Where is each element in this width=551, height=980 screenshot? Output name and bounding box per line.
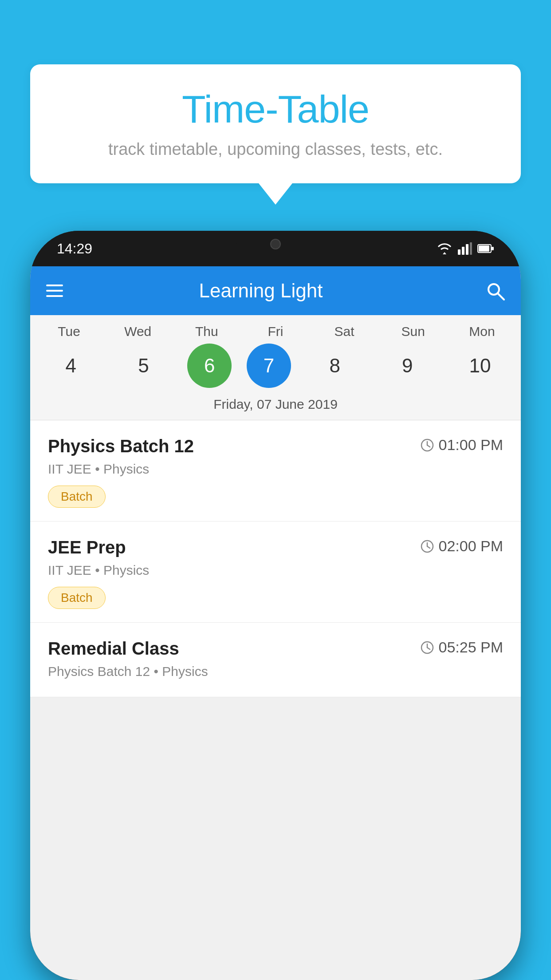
class-name-1: Physics Batch 12 (48, 436, 194, 456)
clock-icon-2 (421, 540, 434, 553)
app-screen: Learning Light Tue Wed Thu Fri Sat Sun M… (30, 266, 521, 980)
date-4[interactable]: 4 (42, 344, 100, 388)
date-9[interactable]: 9 (378, 344, 436, 388)
days-header: Tue Wed Thu Fri Sat Sun Mon (30, 324, 521, 344)
class-name-2: JEE Prep (48, 537, 126, 557)
bubble-title: Time-Table (57, 87, 494, 132)
batch-badge-1: Batch (48, 486, 106, 508)
search-icon[interactable] (485, 281, 505, 300)
speech-bubble-section: Time-Table track timetable, upcoming cla… (30, 64, 521, 205)
day-mon: Mon (453, 324, 511, 339)
battery-icon (477, 244, 494, 253)
svg-rect-2 (466, 244, 468, 255)
svg-line-17 (427, 648, 430, 649)
day-tue: Tue (40, 324, 98, 339)
day-sat: Sat (315, 324, 373, 339)
dates-row: 4 5 6 7 8 9 10 (30, 344, 521, 393)
signal-icon (458, 242, 472, 255)
svg-line-11 (427, 445, 430, 447)
svg-rect-1 (462, 247, 464, 255)
clock-display: 14:29 (57, 241, 92, 257)
clock-icon-1 (421, 439, 434, 452)
day-thu: Thu (178, 324, 236, 339)
class-time-1: 01:00 PM (421, 436, 503, 454)
bubble-subtitle: track timetable, upcoming classes, tests… (57, 140, 494, 159)
app-title: Learning Light (76, 280, 472, 302)
phone-frame: 14:29 (30, 231, 521, 980)
class-item-remedial[interactable]: Remedial Class 05:25 PM Physics Batch 12… (30, 623, 521, 697)
class-time-3: 05:25 PM (421, 639, 503, 656)
class-meta-1: IIT JEE • Physics (48, 462, 503, 477)
date-7-selected[interactable]: 7 (247, 344, 291, 388)
class-item-header-2: JEE Prep 02:00 PM (48, 537, 503, 557)
wifi-icon (437, 242, 453, 255)
svg-rect-5 (479, 245, 489, 252)
menu-icon[interactable] (46, 285, 63, 297)
classes-list: Physics Batch 12 01:00 PM IIT JEE • Phys… (30, 420, 521, 697)
svg-line-14 (427, 546, 430, 548)
svg-line-8 (498, 293, 504, 300)
clock-icon-3 (421, 641, 434, 654)
day-wed: Wed (109, 324, 167, 339)
class-item-jee-prep[interactable]: JEE Prep 02:00 PM IIT JEE • Physics Batc… (30, 522, 521, 623)
batch-badge-2: Batch (48, 587, 106, 609)
selected-date-label: Friday, 07 June 2019 (30, 393, 521, 420)
bubble-pointer (259, 183, 292, 205)
date-10[interactable]: 10 (451, 344, 509, 388)
class-time-2: 02:00 PM (421, 537, 503, 555)
class-meta-3: Physics Batch 12 • Physics (48, 664, 503, 679)
class-item-physics-batch[interactable]: Physics Batch 12 01:00 PM IIT JEE • Phys… (30, 420, 521, 522)
day-sun: Sun (384, 324, 442, 339)
class-meta-2: IIT JEE • Physics (48, 563, 503, 578)
class-name-3: Remedial Class (48, 639, 179, 659)
svg-rect-3 (470, 242, 472, 255)
date-8[interactable]: 8 (306, 344, 364, 388)
status-bar: 14:29 (30, 231, 521, 266)
status-icons (437, 242, 494, 255)
day-fri: Fri (247, 324, 304, 339)
camera-dot (270, 239, 281, 249)
svg-rect-0 (458, 249, 460, 255)
date-6-today[interactable]: 6 (187, 344, 232, 388)
phone-notch (236, 231, 315, 257)
speech-bubble-card: Time-Table track timetable, upcoming cla… (30, 64, 521, 183)
date-5[interactable]: 5 (115, 344, 173, 388)
calendar-strip: Tue Wed Thu Fri Sat Sun Mon 4 5 6 7 8 9 … (30, 315, 521, 420)
app-toolbar: Learning Light (30, 266, 521, 315)
svg-rect-6 (492, 247, 494, 250)
class-item-header-3: Remedial Class 05:25 PM (48, 639, 503, 659)
class-item-header: Physics Batch 12 01:00 PM (48, 436, 503, 456)
